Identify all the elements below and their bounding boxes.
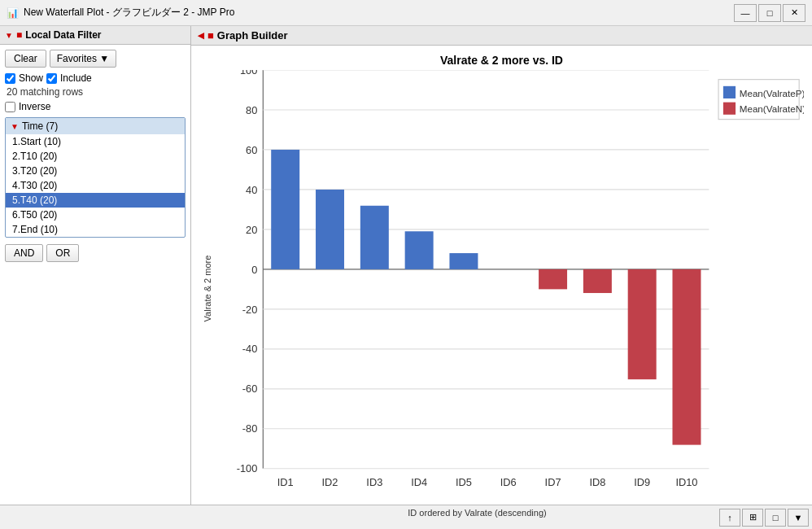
show-label: Show xyxy=(19,72,43,84)
left-panel: ▼ ■ Local Data Filter Clear Favorites ▼ … xyxy=(0,26,191,505)
filter-action-row: Clear Favorites ▼ xyxy=(5,50,186,68)
title-bar: 📊 New Waterfall Plot - グラフビルダー 2 - JMP P… xyxy=(0,0,812,26)
svg-text:ID7: ID7 xyxy=(545,476,561,488)
chart-inner: 100 80 60 40 20 0 -20 -40 -60 -80 -100 xyxy=(216,70,804,506)
y-axis-label: Valrate & 2 more xyxy=(199,70,216,506)
app-icon: 📊 xyxy=(7,7,19,19)
chart-title: Valrate & 2 more vs. ID xyxy=(199,54,804,67)
list-item[interactable]: 2.T10 (20) xyxy=(6,149,185,164)
window-controls: — □ ✕ xyxy=(734,4,805,22)
inverse-row: Inverse xyxy=(5,101,186,112)
bar-id1 xyxy=(271,150,299,269)
bar-id9 xyxy=(628,269,657,379)
minimize-button[interactable]: — xyxy=(734,4,757,22)
svg-text:ID9: ID9 xyxy=(634,476,650,488)
window-title: New Waterfall Plot - グラフビルダー 2 - JMP Pro xyxy=(24,6,734,20)
bar-id8 xyxy=(583,269,612,293)
time-filter-list: ▼ Time (7) 1.Start (10) 2.T10 (20) 3.T20… xyxy=(5,117,186,238)
svg-text:ID6: ID6 xyxy=(500,476,517,488)
time-filter-header[interactable]: ▼ Time (7) xyxy=(6,118,185,134)
local-filter-title: Local Data Filter xyxy=(25,29,101,41)
svg-text:-20: -20 xyxy=(242,304,258,316)
svg-text:-60: -60 xyxy=(242,383,258,395)
right-panel: ◀ ■ Graph Builder Valrate & 2 more vs. I… xyxy=(191,26,812,505)
time-group-label: Time (7) xyxy=(22,120,58,132)
svg-text:-80: -80 xyxy=(242,422,258,435)
list-item-selected[interactable]: 5.T40 (20) xyxy=(6,193,185,208)
svg-text:ID10: ID10 xyxy=(675,476,697,488)
svg-text:ID4: ID4 xyxy=(411,476,427,488)
favorites-button[interactable]: Favorites ▼ xyxy=(50,50,117,68)
collapse-triangle-icon[interactable]: ▼ xyxy=(5,31,13,40)
list-item[interactable]: 3.T20 (20) xyxy=(6,164,185,178)
bar-id4 xyxy=(405,231,434,269)
list-item[interactable]: 4.T30 (20) xyxy=(6,178,185,193)
list-item[interactable]: 1.Start (10) xyxy=(6,134,185,149)
filter-panel-body: Clear Favorites ▼ Show Include 20 matchi… xyxy=(0,45,190,505)
clear-button[interactable]: Clear xyxy=(5,50,46,68)
svg-text:100: 100 xyxy=(240,70,257,77)
list-item[interactable]: 6.T50 (20) xyxy=(6,208,185,222)
maximize-button[interactable]: □ xyxy=(758,4,781,22)
svg-text:80: 80 xyxy=(246,104,257,116)
svg-text:ID1: ID1 xyxy=(277,476,294,488)
main-content: ▼ ■ Local Data Filter Clear Favorites ▼ … xyxy=(0,26,812,505)
list-item[interactable]: 7.End (10) xyxy=(6,222,185,237)
bar-id3 xyxy=(360,206,389,269)
svg-text:ID8: ID8 xyxy=(589,476,605,488)
svg-text:-40: -40 xyxy=(242,343,258,355)
and-or-row: AND OR xyxy=(5,244,186,262)
graph-builder-header: ◀ ■ Graph Builder xyxy=(191,26,812,46)
svg-text:0: 0 xyxy=(251,264,257,276)
show-checkbox[interactable] xyxy=(5,73,15,84)
bar-id10 xyxy=(672,269,701,445)
svg-text:ID2: ID2 xyxy=(322,476,338,488)
include-label: Include xyxy=(60,72,92,84)
svg-text:-100: -100 xyxy=(237,462,258,474)
chart-container: Valrate & 2 more xyxy=(199,70,804,506)
or-button[interactable]: OR xyxy=(46,244,79,262)
svg-rect-36 xyxy=(723,103,736,115)
matching-rows-text: 20 matching rows xyxy=(5,86,186,98)
graph-triangle-icon[interactable]: ◀ xyxy=(198,31,204,40)
svg-text:Mean(ValrateP): Mean(ValrateP) xyxy=(740,88,804,98)
svg-text:40: 40 xyxy=(246,184,257,196)
svg-text:ID3: ID3 xyxy=(366,476,382,488)
time-triangle-icon: ▼ xyxy=(11,122,19,131)
svg-text:20: 20 xyxy=(246,224,257,236)
bar-id2 xyxy=(316,190,344,269)
bar-id7 xyxy=(539,269,567,289)
show-include-row: Show Include xyxy=(5,72,186,84)
inverse-label: Inverse xyxy=(19,101,50,112)
svg-text:ID5: ID5 xyxy=(456,476,472,488)
inverse-checkbox[interactable] xyxy=(5,102,15,112)
graph-area: Valrate & 2 more vs. ID Valrate & 2 more xyxy=(191,46,812,529)
x-axis-title: ID ordered by Valrate (descending) xyxy=(248,508,706,518)
graph-builder-title: Graph Builder xyxy=(217,29,288,42)
bar-id5 xyxy=(449,253,478,269)
local-filter-header: ▼ ■ Local Data Filter xyxy=(0,26,190,45)
svg-rect-34 xyxy=(723,86,736,98)
svg-text:60: 60 xyxy=(246,144,257,156)
chart-svg: 100 80 60 40 20 0 -20 -40 -60 -80 -100 xyxy=(216,70,804,506)
close-button[interactable]: ✕ xyxy=(783,4,805,22)
include-checkbox[interactable] xyxy=(46,73,57,84)
svg-text:Mean(ValrateN): Mean(ValrateN) xyxy=(740,103,804,114)
and-button[interactable]: AND xyxy=(5,244,43,262)
